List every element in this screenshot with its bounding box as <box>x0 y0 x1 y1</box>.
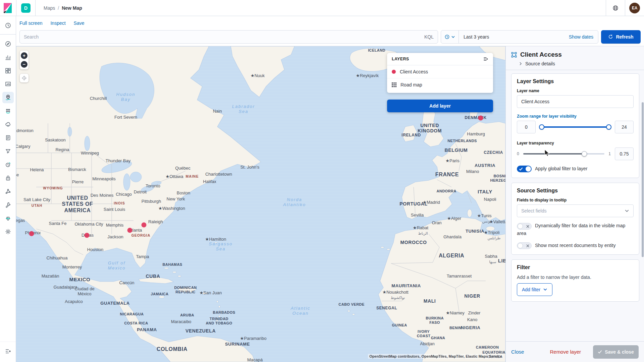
transparency-max-label: 1 <box>608 152 611 156</box>
zoom-in-button[interactable]: + <box>21 52 28 59</box>
vector-square-icon <box>511 52 517 58</box>
layers-panel-title: LAYERS <box>392 57 409 61</box>
add-filter-button[interactable]: Add filter <box>517 283 552 296</box>
layer-row[interactable]: Road map <box>387 78 493 93</box>
map-data-point[interactable] <box>29 231 34 236</box>
breadcrumb-separator: / <box>58 5 59 11</box>
zoom-max-input[interactable]: 24 <box>615 121 634 133</box>
layer-row-label: Road map <box>400 82 422 87</box>
dynamic-filter-row: Dynamically filter for data in the visib… <box>517 222 634 237</box>
layer-row[interactable]: Client Access <box>387 65 493 78</box>
transparency-input[interactable]: 0.75 <box>615 147 634 160</box>
zoom-range-handle-min[interactable] <box>539 124 544 130</box>
save-and-close-button[interactable]: Save & close <box>593 345 639 359</box>
refresh-label: Refresh <box>616 34 633 40</box>
zoom-min-input[interactable]: 0 <box>517 121 536 133</box>
date-picker: Last 3 years Show dates <box>441 30 598 44</box>
zoom-out-button[interactable]: − <box>21 61 28 68</box>
filter-description: Add a filter to narrow the layer data. <box>517 275 634 280</box>
sidebar-item-uptime-icon[interactable] <box>2 159 14 170</box>
user-avatar[interactable]: EA <box>629 3 640 13</box>
recent-docs-label: Show most recent documents by entity <box>535 243 615 248</box>
remove-layer-link[interactable]: Remove layer <box>550 349 581 355</box>
sidebar-item-metrics-icon[interactable] <box>2 145 14 157</box>
tooltip-fields-placeholder: Select fields <box>521 208 546 214</box>
nav-collapse-icon[interactable] <box>2 346 14 357</box>
crosshair-icon <box>21 75 27 81</box>
layer-name-input[interactable] <box>517 95 634 108</box>
roadmap-grid-icon <box>392 82 396 87</box>
global-filter-row: Apply global filter to layer <box>517 165 634 172</box>
map-landmass <box>16 46 505 362</box>
transparency-min-label: 0 <box>517 152 519 156</box>
sidebar-item-visualize-icon[interactable] <box>2 52 14 63</box>
map-zoom-controls: + − <box>20 51 29 69</box>
sidebar-item-recently-viewed-icon[interactable] <box>2 20 14 31</box>
chevron-right-icon <box>519 62 523 66</box>
map-data-point[interactable] <box>142 223 147 228</box>
sidebar-item-dev-tools-icon[interactable] <box>2 199 14 210</box>
close-link[interactable]: Close <box>511 349 524 355</box>
kql-button[interactable]: KQL <box>421 34 434 40</box>
help-icon[interactable] <box>606 0 625 16</box>
transparency-slider[interactable] <box>523 153 605 155</box>
add-layer-button[interactable]: Add layer <box>387 100 493 112</box>
save-and-close-label: Save & close <box>605 349 634 355</box>
kibana-logo[interactable] <box>0 0 16 16</box>
time-range-value[interactable]: Last 3 years <box>459 34 569 40</box>
layer-settings-card: Layer Settings Layer name Zoom range for… <box>511 73 639 178</box>
sidebar-item-stack-monitoring-icon[interactable] <box>2 213 14 224</box>
sidebar-item-enterprise-search-icon[interactable] <box>2 119 14 130</box>
source-details-label: Source details <box>525 61 555 66</box>
dynamic-filter-label: Dynamically filter for data in the visib… <box>517 223 625 236</box>
source-details-toggle[interactable]: Source details <box>519 61 639 66</box>
sidebar-item-stack-management-icon[interactable] <box>2 226 14 237</box>
map-data-point[interactable] <box>127 228 132 233</box>
check-icon <box>598 350 602 354</box>
map-data-point[interactable] <box>85 233 90 238</box>
sidebar-item-machine-learning-icon[interactable] <box>2 105 14 117</box>
sidebar-item-graph-icon[interactable] <box>2 186 14 197</box>
flyout-scrollbar-thumb[interactable] <box>642 102 644 257</box>
top-header-bar: D Maps / New Map EA <box>0 0 644 16</box>
transparency-handle[interactable] <box>582 151 587 157</box>
chevron-down-icon <box>625 208 629 213</box>
tooltip-fields-label: Fields to display in tooltip <box>517 198 634 202</box>
add-filter-label: Add filter <box>522 287 540 292</box>
refresh-button[interactable]: Refresh <box>601 30 641 44</box>
zoom-range-handle-max[interactable] <box>606 124 611 130</box>
dynamic-filter-toggle[interactable] <box>517 223 532 230</box>
divider <box>16 0 16 16</box>
sidebar-item-security-icon[interactable] <box>2 172 14 184</box>
map-data-point[interactable] <box>478 116 483 121</box>
chevron-down-icon <box>543 287 547 292</box>
show-dates-link[interactable]: Show dates <box>569 34 598 40</box>
layer-swatch-dot <box>392 70 396 74</box>
set-view-button[interactable] <box>20 74 29 82</box>
divider <box>625 0 625 16</box>
global-filter-toggle[interactable] <box>517 166 532 172</box>
sidebar-item-discover-icon[interactable] <box>2 38 14 50</box>
zoom-range-label[interactable]: Zoom range for layer visibility <box>517 114 634 119</box>
zoom-range-slider[interactable] <box>540 126 611 128</box>
flyout-footer: Close Remove layer Save & close <box>506 341 644 362</box>
breadcrumb-current: New Map <box>62 5 82 11</box>
tooltip-fields-select[interactable]: Select fields <box>517 204 634 217</box>
sidebar-item-dashboard-icon[interactable] <box>2 65 14 76</box>
map-canvas[interactable]: ★NuukICELAND★ReykjavíkHudson BayLabrador… <box>16 46 505 362</box>
source-settings-card: Source Settings Fields to display in too… <box>511 183 639 255</box>
full-screen-link[interactable]: Full screen <box>19 20 42 26</box>
recent-docs-toggle[interactable] <box>517 242 532 249</box>
space-badge[interactable]: D <box>21 3 31 13</box>
time-quick-select[interactable] <box>441 31 459 43</box>
inspect-link[interactable]: Inspect <box>50 20 65 26</box>
sidebar-item-logs-icon[interactable] <box>2 132 14 143</box>
sidebar-item-maps-icon[interactable] <box>2 92 14 103</box>
breadcrumb-maps[interactable]: Maps <box>44 5 55 11</box>
map-attribution[interactable]: OpenStreetMap contributors, OpenMapTiles… <box>368 354 503 359</box>
search-input[interactable] <box>24 34 421 40</box>
sidebar-item-canvas-icon[interactable] <box>2 78 14 90</box>
layers-collapse-icon[interactable] <box>483 56 488 62</box>
transparency-label: Layer transparency <box>517 141 634 145</box>
save-link[interactable]: Save <box>74 20 85 26</box>
